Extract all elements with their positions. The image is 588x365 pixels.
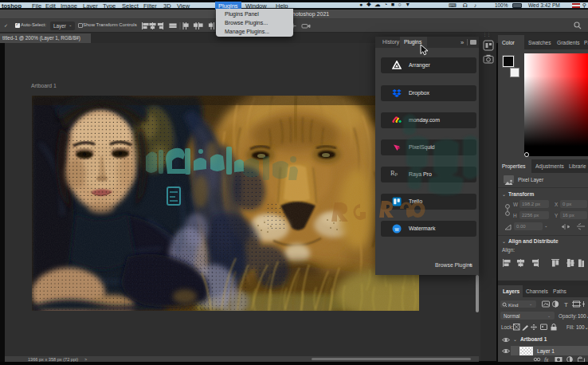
svg-text:w: w [394,226,399,232]
svg-text:T: T [564,301,568,308]
